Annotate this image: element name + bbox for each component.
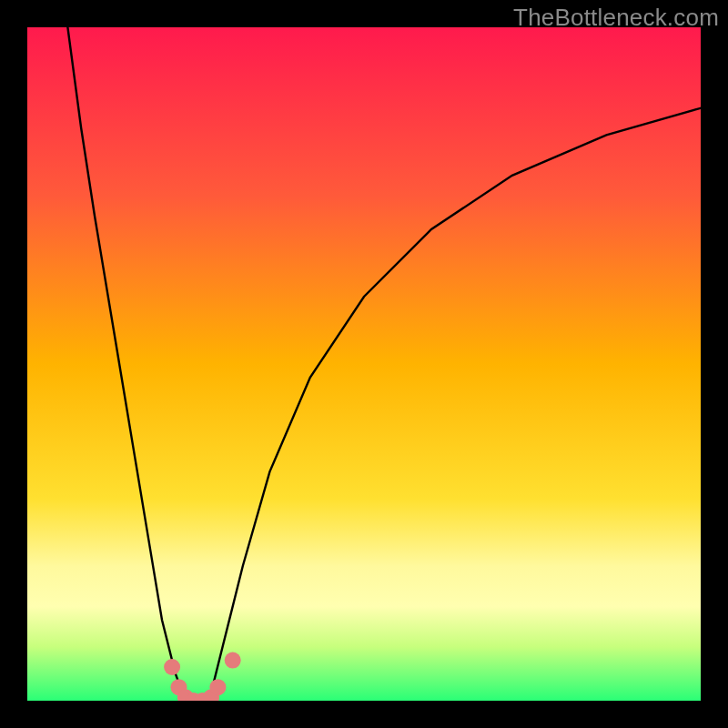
curve-layer [27, 27, 701, 701]
chart-frame: TheBottleneck.com [0, 0, 728, 728]
marker-dot [209, 679, 226, 695]
marker-dot [164, 659, 180, 675]
left-branch [67, 27, 186, 701]
right-branch [209, 108, 701, 701]
marker-dot [225, 652, 241, 669]
plot-area [27, 27, 701, 701]
